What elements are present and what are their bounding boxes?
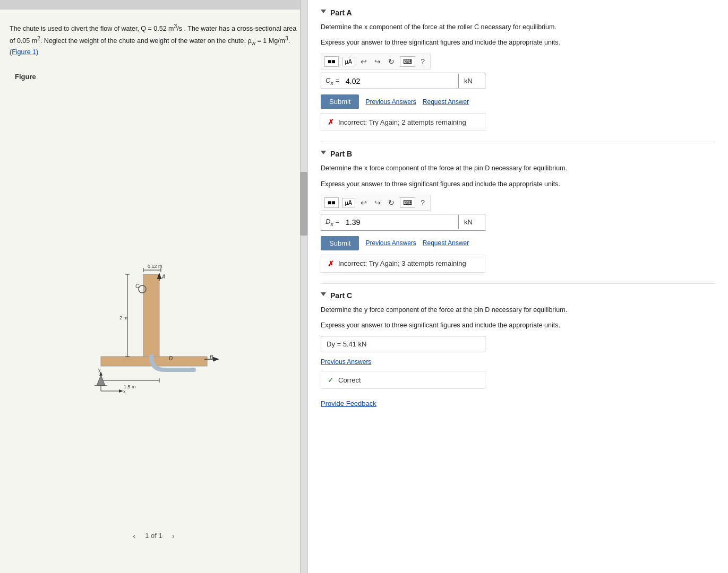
divider-bc <box>321 283 715 284</box>
part-b-keyboard-btn[interactable]: ⌨ <box>400 197 415 208</box>
svg-text:D: D <box>169 355 173 361</box>
part-a-previous-answers-button[interactable]: Previous Answers <box>365 98 416 106</box>
part-a-refresh-btn[interactable]: ↻ <box>386 56 397 67</box>
provide-feedback-button[interactable]: Provide Feedback <box>321 400 376 407</box>
part-c-triangle <box>321 292 326 299</box>
part-b-submit-row: Submit Previous Answers Request Answer <box>321 236 715 250</box>
part-a-variable-label: Cx = <box>321 73 344 89</box>
part-a-keyboard-btn[interactable]: ⌨ <box>400 56 415 67</box>
prev-page-button[interactable]: ‹ <box>130 530 139 541</box>
part-c-correct-status: ✓ Correct <box>321 371 485 389</box>
part-b-answer-row: Dx = kN <box>321 214 485 231</box>
part-b-triangle <box>321 151 326 157</box>
scroll-indicator[interactable] <box>300 0 307 573</box>
part-a-math-toolbar: ■■ μÄ ↩ ↪ ↻ ⌨ ? <box>321 54 431 70</box>
part-c-title: Part C <box>330 291 352 300</box>
figure-area: Figure C A D B <box>10 67 298 568</box>
part-b-section: Part B Determine the x force component o… <box>321 150 715 272</box>
part-b-variable-label: Dx = <box>321 214 344 230</box>
svg-text:C: C <box>135 283 140 289</box>
part-b-undo-btn[interactable]: ↩ <box>358 197 369 208</box>
svg-text:A: A <box>161 274 166 280</box>
part-c-desc2: Express your answer to three significant… <box>321 320 715 331</box>
part-a-redo-btn[interactable]: ↪ <box>372 56 383 67</box>
part-c-desc1: Determine the y force component of the f… <box>321 305 715 315</box>
part-a-submit-row: Submit Previous Answers Request Answer <box>321 94 715 109</box>
part-a-title: Part A <box>330 8 352 17</box>
part-a-desc2: Express your answer to three significant… <box>321 38 715 48</box>
part-b-math-toolbar: ■■ μÄ ↩ ↪ ↻ ⌨ ? <box>321 195 431 211</box>
part-a-desc1: Determine the x component of the force a… <box>321 22 715 32</box>
top-bar <box>0 0 307 10</box>
problem-text: The chute is used to divert the flow of … <box>10 22 298 58</box>
part-a-request-answer-button[interactable]: Request Answer <box>423 98 469 106</box>
part-a-input[interactable] <box>344 74 458 89</box>
scroll-thumb[interactable] <box>300 172 307 236</box>
left-panel: The chute is used to divert the flow of … <box>0 0 308 573</box>
part-a-status-text: Incorrect; Try Again; 2 attempts remaini… <box>338 118 466 126</box>
part-a-matrix-btn[interactable]: ■■ <box>324 56 339 67</box>
part-a-triangle <box>321 10 326 16</box>
part-c-previous-answers-button[interactable]: Previous Answers <box>321 358 371 366</box>
figure-link[interactable]: (Figure 1) <box>10 48 38 56</box>
divider-ab <box>321 142 715 142</box>
part-b-font-btn[interactable]: μÄ <box>342 198 356 207</box>
part-b-desc2: Express your answer to three significant… <box>321 179 715 189</box>
part-a-section: Part A Determine the x component of the … <box>321 8 715 131</box>
part-b-unit: kN <box>458 215 485 229</box>
part-c-value: Dy = 5.41 kN <box>327 340 367 348</box>
part-c-section: Part C Determine the y force component o… <box>321 291 715 408</box>
right-panel: Part A Determine the x component of the … <box>308 0 728 573</box>
part-b-incorrect-icon: ✗ <box>328 259 334 268</box>
part-a-font-btn[interactable]: μÄ <box>342 57 356 66</box>
pagination: ‹ 1 of 1 › <box>130 530 178 541</box>
part-c-answer-readonly: Dy = 5.41 kN <box>321 336 485 352</box>
part-c-check-icon: ✓ <box>328 376 334 384</box>
part-a-help-btn[interactable]: ? <box>418 56 427 67</box>
part-b-input[interactable] <box>344 215 458 230</box>
svg-text:x: x <box>123 389 126 394</box>
part-b-header[interactable]: Part B <box>321 150 715 158</box>
part-b-desc1: Determine the x force component of the f… <box>321 163 715 173</box>
part-b-help-btn[interactable]: ? <box>418 197 427 208</box>
part-a-status: ✗ Incorrect; Try Again; 2 attempts remai… <box>321 113 485 131</box>
part-a-incorrect-icon: ✗ <box>328 118 334 126</box>
part-b-matrix-btn[interactable]: ■■ <box>324 197 339 208</box>
part-a-submit-button[interactable]: Submit <box>321 94 359 109</box>
next-page-button[interactable]: › <box>169 530 178 541</box>
part-b-refresh-btn[interactable]: ↻ <box>386 197 397 208</box>
part-a-unit: kN <box>458 74 485 88</box>
figure-diagram: C A D B 0.12 m 2 m <box>53 258 255 409</box>
svg-text:2 m: 2 m <box>119 315 127 320</box>
part-b-title: Part B <box>330 150 352 158</box>
part-c-header[interactable]: Part C <box>321 291 715 300</box>
svg-text:0.12 m: 0.12 m <box>148 264 162 269</box>
page-indicator: 1 of 1 <box>145 532 162 540</box>
part-b-previous-answers-button[interactable]: Previous Answers <box>365 239 416 247</box>
figure-label: Figure <box>15 73 36 81</box>
part-a-answer-row: Cx = kN <box>321 73 485 90</box>
part-a-undo-btn[interactable]: ↩ <box>358 56 369 67</box>
part-b-status-text: Incorrect; Try Again; 3 attempts remaini… <box>338 259 466 267</box>
part-b-status: ✗ Incorrect; Try Again; 3 attempts remai… <box>321 255 485 273</box>
part-b-request-answer-button[interactable]: Request Answer <box>423 239 469 247</box>
part-a-header[interactable]: Part A <box>321 8 715 17</box>
part-b-submit-button[interactable]: Submit <box>321 236 359 250</box>
svg-text:y: y <box>98 367 101 372</box>
part-b-redo-btn[interactable]: ↪ <box>372 197 383 208</box>
part-c-correct-label: Correct <box>338 376 361 384</box>
